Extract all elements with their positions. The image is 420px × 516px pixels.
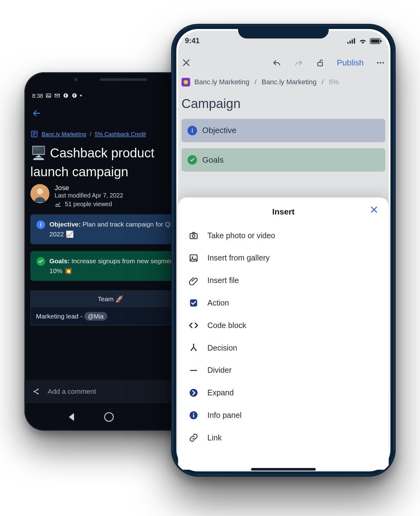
author-name[interactable]: Jose — [55, 184, 123, 192]
insert-menu-item-label: Decision — [208, 343, 237, 352]
insert-menu-item-label: Insert file — [208, 276, 239, 285]
table-header: Team 🚀 — [31, 291, 191, 307]
expand-icon — [188, 388, 199, 398]
share-icon[interactable] — [32, 387, 41, 396]
insert-menu-item-label: Expand — [208, 388, 234, 397]
avatar[interactable] — [31, 184, 50, 203]
insert-menu-item[interactable]: Decision — [185, 337, 382, 359]
picture-icon — [46, 93, 52, 99]
image-icon — [188, 253, 199, 263]
insert-menu-item[interactable]: Action — [185, 292, 382, 314]
panel-label: Objective: — [49, 220, 81, 228]
breadcrumb-separator: / — [254, 78, 257, 86]
svg-point-10 — [37, 393, 39, 394]
svg-point-8 — [34, 391, 35, 392]
unlock-button[interactable] — [315, 58, 325, 68]
check-circle-icon — [36, 257, 45, 266]
comment-placeholder[interactable]: Add a comment — [48, 388, 96, 395]
page-title[interactable]: Campaign — [182, 96, 385, 111]
check-circle-icon — [187, 155, 197, 165]
panel-label: Goals: — [49, 257, 69, 264]
svg-rect-17 — [381, 40, 382, 42]
insert-menu-item[interactable]: Divider — [185, 359, 382, 382]
svg-rect-13 — [352, 40, 353, 44]
gmail-icon — [54, 93, 60, 99]
breadcrumb-crumb-truncated[interactable]: 5% — [329, 78, 339, 86]
breadcrumb-separator: / — [321, 78, 325, 86]
decision-icon — [188, 343, 199, 353]
wifi-icon — [359, 38, 367, 44]
battery-icon — [370, 38, 382, 44]
svg-point-7 — [37, 189, 43, 195]
page-byline: Jose Last modified Apr 7, 2022 51 people… — [31, 184, 191, 208]
team-table: Team 🚀 Marketing lead - @Mia — [31, 290, 191, 325]
camera-icon — [188, 230, 199, 241]
space-icon[interactable] — [182, 78, 190, 86]
facebook-icon — [72, 93, 78, 99]
last-modified: Last modified Apr 7, 2022 — [55, 192, 123, 199]
breadcrumb: Banc.ly Marketing / 5% Cashback Credit — [31, 130, 191, 138]
page-title-line: 🖥️ Cashback product — [31, 145, 154, 161]
undo-button[interactable] — [272, 58, 282, 68]
panel-text: Increase signups from new segment by 10%… — [49, 257, 184, 274]
close-button[interactable] — [370, 205, 378, 214]
svg-point-20 — [380, 62, 381, 64]
success-panel[interactable]: Goals — [182, 148, 385, 172]
view-count[interactable]: 51 people viewed — [65, 201, 112, 207]
table-cell-text: Marketing lead - — [36, 312, 84, 320]
info-panel[interactable]: i Objective — [182, 119, 385, 142]
svg-rect-0 — [46, 94, 51, 97]
breadcrumb-crumb[interactable]: Banc.ly Marketing — [261, 78, 316, 86]
editor-toolbar: Publish — [173, 52, 394, 74]
page-title: 🖥️ Cashback product launch campaign — [31, 145, 191, 180]
page-title-line: launch campaign — [31, 164, 129, 180]
sheet-title: Insert — [272, 207, 294, 217]
breadcrumb-space[interactable]: Banc.ly Marketing — [42, 131, 86, 137]
link-icon — [188, 433, 199, 443]
insert-menu-item[interactable]: Take photo or video — [185, 224, 382, 247]
svg-point-19 — [377, 62, 378, 64]
iphone-notch — [238, 26, 329, 39]
page-tree-icon — [31, 130, 38, 138]
insert-menu-item-label: Insert from gallery — [208, 253, 270, 262]
paperclip-icon — [188, 275, 199, 286]
insert-menu-item-label: Divider — [208, 366, 232, 375]
code-icon — [188, 320, 199, 331]
info-icon: i — [187, 126, 197, 135]
svg-rect-14 — [354, 38, 355, 44]
home-indicator[interactable] — [251, 468, 316, 470]
nav-back-button[interactable] — [69, 413, 74, 421]
more-button[interactable] — [376, 58, 385, 68]
user-mention[interactable]: @Mia — [84, 312, 107, 321]
insert-menu-item[interactable]: Expand — [185, 381, 382, 404]
android-clock: 8:38 — [32, 92, 43, 99]
success-panel: Goals: Increase signups from new segment… — [31, 251, 191, 281]
checkbox-icon — [188, 298, 199, 308]
close-button[interactable] — [182, 58, 191, 68]
svg-point-9 — [37, 389, 39, 390]
insert-menu-item[interactable]: Insert file — [185, 269, 382, 292]
cellular-icon — [347, 38, 356, 44]
breadcrumb-separator: / — [90, 131, 91, 137]
insert-menu-item[interactable]: Code block — [185, 314, 382, 337]
insert-menu-item-label: Info panel — [208, 411, 242, 420]
publish-button[interactable]: Publish — [337, 58, 364, 68]
svg-rect-11 — [347, 42, 348, 44]
insert-menu-item-label: Action — [208, 298, 229, 307]
insert-menu-item[interactable]: Link — [185, 427, 382, 449]
panel-text: Objective — [202, 126, 237, 135]
redo-button[interactable] — [294, 58, 303, 68]
insert-menu-item[interactable]: Insert from gallery — [185, 247, 382, 269]
svg-point-21 — [382, 62, 384, 64]
insert-menu-item-label: Link — [208, 433, 222, 442]
insert-menu-item[interactable]: Info panel — [185, 404, 382, 427]
facebook-icon — [63, 93, 69, 99]
breadcrumb-crumb[interactable]: Banc.ly Marketing — [195, 78, 249, 86]
info-panel: i Objective: Plan and track campaign for… — [31, 214, 191, 244]
back-button[interactable] — [31, 108, 42, 119]
nav-home-button[interactable] — [104, 412, 114, 422]
breadcrumb-parent[interactable]: 5% Cashback Credit — [95, 131, 146, 137]
table-row: Marketing lead - @Mia — [31, 307, 191, 325]
ios-clock: 9:41 — [185, 37, 200, 45]
editor-body[interactable]: Campaign i Objective Goals — [173, 90, 394, 179]
